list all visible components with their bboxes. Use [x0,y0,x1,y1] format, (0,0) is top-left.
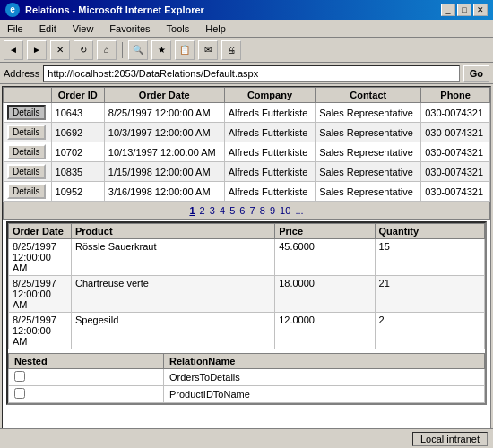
detail-product-cell: Chartreuse verte [72,276,275,313]
close-button[interactable]: ✕ [473,4,488,16]
details-button[interactable]: Details [7,125,46,140]
home-button[interactable]: ⌂ [97,40,117,60]
detail-quantity-cell: 2 [375,313,484,349]
detail-row: 8/25/1997 12:00:00 AM Spegesild 12.0000 … [9,313,485,349]
minimize-button[interactable]: _ [441,4,455,16]
nested-relation-cell: ProductIDToName [163,386,484,403]
maximize-button[interactable]: □ [457,4,471,16]
search-button[interactable]: 🔍 [128,40,148,60]
history-button[interactable]: 📋 [175,40,195,60]
contact-cell: Sales Representative [316,123,421,142]
details-cell[interactable]: Details [4,123,52,142]
details-button[interactable]: Details [7,144,46,159]
detail-row: 8/25/1997 12:00:00 AM Rössle Sauerkraut … [9,239,485,276]
ie-logo-icon: e [5,3,20,17]
go-button[interactable]: Go [463,65,489,82]
menu-favorites[interactable]: Favorites [106,22,153,35]
col-header-contact: Contact [316,88,421,103]
pagination-link[interactable]: 8 [260,205,265,216]
print-button[interactable]: 🖨 [221,40,241,60]
forward-button[interactable]: ► [27,40,47,60]
pagination-link[interactable]: 9 [270,205,275,216]
nested-relation-cell: OrdersToDetails [163,369,484,386]
order-id-cell: 10643 [51,103,104,123]
col-header-company: Company [224,88,315,103]
title-bar-controls[interactable]: _ □ ✕ [441,4,488,16]
pagination-link[interactable]: 4 [220,205,225,216]
details-button[interactable]: Details [7,184,46,199]
menu-tools[interactable]: Tools [163,22,194,35]
phone-cell: 030-0074321 [421,162,490,182]
contact-cell: Sales Representative [316,162,421,182]
nested-row: OrdersToDetails [9,369,485,386]
favorites-button[interactable]: ★ [151,40,171,60]
order-id-cell: 10692 [51,123,104,142]
details-cell[interactable]: Details [4,103,52,123]
company-cell: Alfreds Futterkiste [224,123,315,142]
menu-edit[interactable]: Edit [36,22,60,35]
nested-checkbox-cell[interactable] [9,369,164,386]
details-cell[interactable]: Details [4,162,52,182]
pagination-link[interactable]: 7 [250,205,255,216]
toolbar-separator [122,42,123,58]
detail-product-cell: Spegesild [72,313,275,349]
pagination-link[interactable]: ... [295,205,303,216]
contact-cell: Sales Representative [316,103,421,123]
detail-date-cell: 8/25/1997 12:00:00 AM [9,276,72,313]
table-row: Details 10692 10/3/1997 12:00:00 AM Alfr… [4,123,490,142]
back-button[interactable]: ◄ [4,40,23,60]
detail-header-row: Order Date Product Price Quantity [9,224,485,239]
table-row: Details 10952 3/16/1998 12:00:00 AM Alfr… [4,182,490,202]
pagination: 1 2 3 4 5 6 7 8 9 10 ... [3,202,490,220]
menu-help[interactable]: Help [202,22,229,35]
details-button[interactable]: Details [7,105,46,120]
phone-cell: 030-0074321 [421,142,490,162]
detail-quantity-cell: 15 [375,239,484,276]
address-label: Address [4,68,39,79]
company-cell: Alfreds Futterkiste [224,103,315,123]
order-date-cell: 3/16/1998 12:00:00 AM [104,182,224,202]
col-header-order-date: Order Date [104,88,224,103]
detail-section: Order Date Product Price Quantity 8/25/1… [6,221,487,405]
contact-cell: Sales Representative [316,182,421,202]
pagination-link[interactable]: 2 [200,205,205,216]
stop-button[interactable]: ✕ [50,40,70,60]
order-id-cell: 10952 [51,182,104,202]
detail-price-cell: 12.0000 [275,313,375,349]
refresh-button[interactable]: ↻ [74,40,93,60]
details-cell[interactable]: Details [4,182,52,202]
pagination-link[interactable]: 6 [239,205,245,216]
details-cell[interactable]: Details [4,142,52,162]
mail-button[interactable]: ✉ [198,40,218,60]
pagination-link[interactable]: 3 [210,205,215,216]
nested-checkbox[interactable] [14,388,25,399]
company-cell: Alfreds Futterkiste [224,142,315,162]
status-zone: Local intranet [412,432,488,446]
detail-price-cell: 45.6000 [275,239,375,276]
detail-col-product: Product [72,224,275,239]
nested-checkbox[interactable] [14,371,25,382]
nested-header-row: Nested RelationName [9,354,485,369]
details-button[interactable]: Details [7,164,46,179]
menu-view[interactable]: View [69,22,98,35]
pagination-link[interactable]: 10 [280,205,290,216]
table-row: Details 10643 8/25/1997 12:00:00 AM Alfr… [4,103,490,123]
content-area: Order ID Order Date Company Contact Phon… [2,86,491,430]
nested-row: ProductIDToName [9,386,485,403]
nested-col-nested: Nested [9,354,164,369]
menu-file[interactable]: File [4,22,27,35]
detail-row: 8/25/1997 12:00:00 AM Chartreuse verte 1… [9,276,485,313]
window-title: Relations - Microsoft Internet Explorer [25,4,204,15]
order-date-cell: 8/25/1997 12:00:00 AM [104,103,224,123]
address-input[interactable] [43,65,459,82]
detail-col-date: Order Date [9,224,72,239]
pagination-link[interactable]: 5 [229,205,235,216]
contact-cell: Sales Representative [316,142,421,162]
address-bar: Address Go [0,63,493,84]
detail-col-quantity: Quantity [375,224,484,239]
title-bar-left: e Relations - Microsoft Internet Explore… [5,3,204,17]
nested-checkbox-cell[interactable] [9,386,164,403]
pagination-link[interactable]: 1 [189,205,195,216]
company-cell: Alfreds Futterkiste [224,182,315,202]
table-row: Details 10702 10/13/1997 12:00:00 AM Alf… [4,142,490,162]
